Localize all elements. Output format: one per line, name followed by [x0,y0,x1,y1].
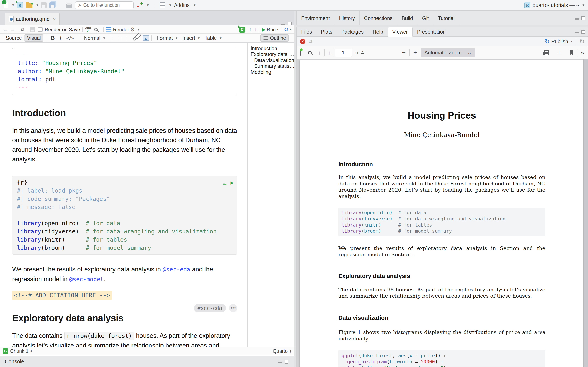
filetype-selector-arrows-icon[interactable]: ▲▼ [289,350,292,352]
filetype-selector[interactable]: Quarto [273,348,288,354]
save-icon[interactable] [41,2,47,8]
outline-item-summary-statistics[interactable]: Summary statis… [250,63,294,69]
addins-button[interactable]: Addins [174,2,190,8]
open-file-caret[interactable]: ▾ [36,3,38,7]
pdf-zoom-select[interactable]: Automatic Zoom⌄ [421,48,475,57]
format-menu[interactable]: Format▾ [154,35,180,42]
chunk-selector-arrows-icon[interactable]: ▲▼ [30,350,32,352]
open-file-icon[interactable] [26,3,33,8]
italic-button[interactable]: I [57,35,64,42]
tab-presentation[interactable]: Presentation [413,27,450,36]
addins-caret[interactable]: ▾ [194,3,196,7]
bold-button[interactable]: B [49,35,57,42]
pdf-zoom-out-icon[interactable]: − [402,49,406,57]
publish-button[interactable]: ↻ Publish ▾ [545,38,573,45]
render-icon[interactable] [106,27,111,32]
visual-editor-body[interactable]: --- title: "Housing Prices" author: "Min… [0,43,294,347]
tab-history[interactable]: History [334,11,360,25]
run-caret[interactable]: ▾ [277,27,279,32]
pdf-download-icon[interactable] [557,50,562,56]
outline-item-introduction[interactable]: Introduction [250,45,294,51]
image-icon[interactable] [143,35,149,41]
console-header[interactable]: Console [0,356,294,367]
goto-file-box[interactable]: ➤ [75,1,134,9]
insert-chunk-icon[interactable]: C [239,26,245,33]
pdf-next-page-icon[interactable]: ↓ [328,50,331,56]
paragraph-style-select[interactable]: Normal▾ [81,35,107,42]
inline-r-code[interactable]: r nrow(duke_forest) [64,332,134,340]
new-file-caret[interactable]: ▾ [12,3,14,7]
outline-item-data-visualization[interactable]: Data visualization [250,57,294,63]
tab-help[interactable]: Help [368,27,388,36]
render-on-save-checkbox[interactable] [38,27,43,32]
tab-authoring-qmd[interactable]: authoring.qmd × [5,13,60,25]
back-icon[interactable]: ← [3,26,8,33]
run-chunk-icon[interactable]: ▶ [231,179,233,187]
pdf-bookmark-icon[interactable] [570,50,573,55]
yaml-metadata-block[interactable]: --- title: "Housing Prices" author: "Min… [12,48,237,95]
clear-viewer-icon[interactable]: ✕ [300,39,305,44]
panes-layout-icon[interactable] [160,2,165,8]
panes-layout-caret[interactable]: ▾ [169,3,171,7]
tab-plots[interactable]: Plots [316,27,337,36]
chunk-selector[interactable]: Chunk 1 [10,348,28,354]
version-control-icon[interactable] [137,2,143,8]
maximize-pane-icon[interactable] [581,16,585,20]
tab-build[interactable]: Build [397,11,418,25]
maximize-pane-icon[interactable] [288,22,292,25]
tab-packages[interactable]: Packages [337,27,368,36]
refresh-viewer-icon[interactable]: ↻ [579,38,585,45]
next-chunk-icon[interactable]: ↓ [254,26,257,33]
pdf-viewport[interactable]: Housing Prices Mine Çetinkaya-Rundel Int… [297,59,588,367]
prev-chunk-icon[interactable]: ↑ [249,26,251,33]
maximize-console-icon[interactable] [285,360,288,364]
table-menu[interactable]: Table▾ [202,35,224,42]
spellcheck-icon[interactable]: ABC✓ [85,26,91,33]
tab-git[interactable]: Git [418,11,433,25]
render-options-caret[interactable]: ▾ [138,27,139,32]
section-options-button[interactable]: ••• [229,304,237,312]
goto-file-input[interactable] [83,2,131,8]
sec-model-ref[interactable]: @sec-model [69,276,104,283]
figure-1-link[interactable]: 1 [358,329,361,335]
minimize-console-icon[interactable] [278,360,283,364]
forward-icon[interactable]: → [10,26,16,33]
code-button[interactable]: </> [64,35,76,41]
rerun-caret[interactable]: ▾ [290,27,292,32]
popout-viewer-icon[interactable]: ⧉ [309,38,312,45]
r-code-chunk[interactable]: ▶ {r} #| label: load-pkgs #| code-summar… [12,176,237,255]
chunk-options-icon[interactable] [223,180,227,185]
version-control-caret[interactable]: ▾ [147,3,149,7]
pdf-zoom-in-icon[interactable]: + [413,49,417,57]
pdf-more-tools-icon[interactable]: » [581,49,584,56]
pdf-sidebar-toggle[interactable] [300,50,301,56]
bullet-list-icon[interactable] [112,36,118,40]
tab-viewer[interactable]: Viewer [388,27,413,37]
search-icon[interactable] [94,28,98,31]
maximize-pane-icon[interactable] [581,30,585,34]
pdf-scrollbar[interactable] [583,59,588,367]
tab-tutorial[interactable]: Tutorial [433,11,459,25]
pdf-print-icon[interactable] [543,52,549,55]
sec-eda-ref[interactable]: @sec-eda [163,266,190,273]
minimize-pane-icon[interactable] [574,16,579,20]
tab-files[interactable]: Files [297,27,316,36]
numbered-list-icon[interactable] [122,36,127,40]
render-button[interactable]: Render [113,27,129,33]
source-mode-button[interactable]: Source [3,35,24,42]
tab-connections[interactable]: Connections [360,11,397,25]
save-icon[interactable] [30,27,35,32]
pdf-page-input[interactable] [335,49,352,57]
outline-toggle-button[interactable]: Outline [260,34,289,42]
run-icon[interactable]: ▶ [262,27,265,33]
tab-environment[interactable]: Environment [297,11,334,25]
project-menu[interactable]: R quarto-tutorials — ~ ▾ [524,2,584,8]
insert-menu[interactable]: Insert▾ [180,35,202,42]
pdf-prev-page-icon[interactable]: ↑ [318,50,321,56]
outline-item-eda[interactable]: Exploratory data … [250,51,294,57]
save-all-icon[interactable] [49,2,55,8]
rerun-icon[interactable]: ↻ [284,26,288,33]
new-file-icon[interactable] [4,2,8,8]
gear-icon[interactable]: ⚙ [129,26,136,33]
minimize-pane-icon[interactable] [574,30,579,34]
